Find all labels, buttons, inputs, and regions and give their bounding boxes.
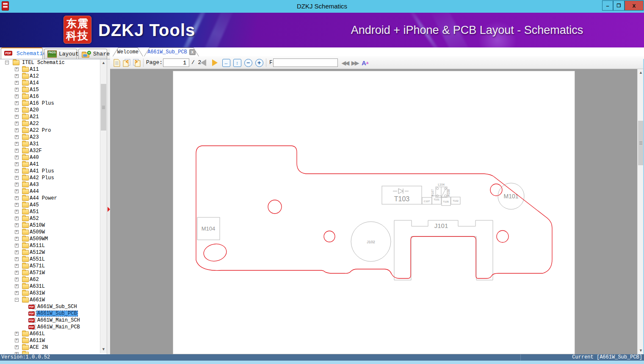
tree-item-label[interactable]: A21	[29, 114, 40, 120]
tree-expand-icon[interactable]: −	[15, 298, 19, 302]
doc-tab-welcome[interactable]: Welcome	[113, 47, 143, 56]
page-forward-button[interactable]	[210, 58, 219, 67]
tree-item[interactable]: + A32F	[0, 147, 100, 154]
tree-item[interactable]: + A11	[0, 66, 100, 73]
fit-width-button[interactable]: ↔	[222, 58, 230, 67]
tree-item[interactable]: + A16 Plus	[0, 100, 100, 107]
tree-item-label[interactable]: A44	[29, 189, 40, 195]
tree-expand-icon[interactable]: +	[15, 257, 19, 261]
tree-item[interactable]: + A44	[0, 188, 100, 195]
tree-item[interactable]: + A661L	[0, 331, 100, 337]
tab-layout[interactable]: PADS Layout	[44, 49, 77, 59]
find-previous-button[interactable]: ◀◀	[341, 58, 349, 67]
tree-item[interactable]: + A21	[0, 114, 100, 120]
find-input[interactable]	[273, 58, 338, 67]
tree-item[interactable]: + A43	[0, 181, 100, 188]
tree-expand-icon[interactable]: +	[15, 128, 19, 132]
tree-item[interactable]: + A31	[0, 141, 100, 147]
tree-item[interactable]: + A40	[0, 154, 100, 161]
tree-item[interactable]: + A42 Plus	[0, 175, 100, 181]
tree-item[interactable]: + A16	[0, 93, 100, 100]
tree-item-label[interactable]: A31	[29, 141, 40, 147]
doc-tab-close-icon[interactable]: x	[189, 49, 196, 55]
tree-item-label[interactable]: A510W	[29, 222, 46, 228]
tree-item[interactable]: + A51	[0, 208, 100, 215]
tree-item[interactable]: + A509WM	[0, 236, 100, 242]
tree-item[interactable]: + A510W	[0, 222, 100, 229]
tree-item-label[interactable]: A22	[29, 121, 40, 127]
tree-item[interactable]: + A62	[0, 276, 100, 283]
tree-item[interactable]: + A41	[0, 161, 100, 168]
tree-expand-icon[interactable]: +	[15, 115, 19, 119]
tree-item-label[interactable]: A14	[29, 80, 40, 86]
previous-page-icon[interactable]	[122, 58, 131, 67]
tree-item[interactable]: + A611W	[0, 337, 100, 344]
tree-expand-icon[interactable]: +	[15, 183, 19, 186]
page-number-input[interactable]	[163, 58, 189, 67]
tree-item-label[interactable]: A661W_Sub_SCH	[36, 304, 78, 310]
tree-expand-icon[interactable]: +	[15, 345, 19, 349]
tree-item[interactable]: PDF A661W_Sub_PCB	[0, 310, 100, 317]
doc-tab-a661w-sub-pcb[interactable]: A661W_Sub_PCB x	[144, 47, 199, 56]
tree-item-label[interactable]: A22 Pro	[29, 128, 52, 133]
tree-item-label[interactable]: A12	[29, 73, 40, 79]
tree-item-label[interactable]: A509WM	[29, 236, 49, 242]
tree-item[interactable]: PDF A661W_Main_PCB	[0, 324, 100, 331]
tree-item-label[interactable]: A661W	[29, 297, 46, 303]
zoom-out-button[interactable]: −	[244, 58, 252, 67]
tree-item-label[interactable]: A23	[29, 134, 40, 140]
scroll-up-icon[interactable]: ▲	[100, 59, 107, 67]
tree-item-label[interactable]: ACE 2N	[29, 345, 49, 350]
tree-expand-icon[interactable]: +	[15, 217, 19, 220]
tree-expand-icon[interactable]: +	[15, 94, 19, 98]
tree-item-label[interactable]: A631L	[29, 283, 46, 289]
scroll-down-icon[interactable]: ▼	[100, 346, 107, 353]
tree-expand-icon[interactable]: +	[15, 162, 19, 166]
match-case-button[interactable]: Aa	[361, 58, 369, 67]
tree-item[interactable]: + A14	[0, 80, 100, 86]
tree-expand-icon[interactable]: +	[15, 142, 19, 146]
tree-item[interactable]: + A20	[0, 107, 100, 114]
tree-item-label[interactable]: ITEL Schematic	[21, 60, 66, 66]
tree-expand-icon[interactable]: +	[15, 264, 19, 268]
single-page-icon[interactable]	[113, 58, 121, 67]
tree-scrollbar[interactable]: ▲ ▼	[100, 59, 107, 353]
tree-item-label[interactable]: A661W_Main_PCB	[36, 324, 81, 330]
tree-item-label[interactable]: A11	[29, 67, 40, 72]
tree-expand-icon[interactable]: +	[15, 339, 19, 342]
tree-expand-icon[interactable]: +	[15, 278, 19, 281]
panel-splitter[interactable]	[107, 59, 110, 355]
tree-item-label[interactable]: A40	[29, 155, 40, 161]
tree-item[interactable]: + A631L	[0, 283, 100, 290]
tree-item[interactable]: + A45	[0, 202, 100, 208]
fit-page-button[interactable]: ↕	[233, 58, 241, 67]
tree-expand-icon[interactable]: +	[15, 101, 19, 105]
tree-item-label[interactable]: A41 Plus	[29, 168, 55, 174]
tree-expand-icon[interactable]: +	[15, 156, 19, 159]
tree-item-label[interactable]: A45	[29, 202, 40, 208]
find-next-button[interactable]: ▶▶	[351, 58, 359, 67]
tree-item-label[interactable]: A611W	[29, 338, 46, 344]
tree-expand-icon[interactable]: +	[15, 189, 19, 193]
tree-expand-icon[interactable]: +	[15, 149, 19, 153]
tree-expand-icon[interactable]: −	[5, 61, 9, 64]
tree-expand-icon[interactable]: +	[15, 237, 19, 241]
tree-expand-icon[interactable]: +	[15, 74, 19, 78]
tree-item-label[interactable]: A32F	[29, 148, 43, 154]
tree-item-label[interactable]: A16 Plus	[29, 100, 55, 106]
tree-item-label[interactable]: A42 Plus	[29, 175, 55, 181]
tree-item-label[interactable]: A44 Power	[29, 195, 58, 201]
tree-item[interactable]: + A512W	[0, 249, 100, 256]
tree-item-label[interactable]: A571L	[29, 263, 46, 269]
tree-expand-icon[interactable]: +	[15, 223, 19, 227]
tree-item[interactable]: + A551L	[0, 256, 100, 263]
tree-expand-icon[interactable]: +	[15, 169, 19, 173]
tree-item-label[interactable]: A62	[29, 277, 40, 283]
tree-item-label[interactable]: A52	[29, 216, 40, 222]
tree-item-label[interactable]: A16	[29, 94, 40, 100]
tree-item[interactable]: + A12	[0, 73, 100, 80]
tab-schematic[interactable]: PDF Schematic	[1, 47, 43, 59]
tree-expand-icon[interactable]: +	[15, 332, 19, 336]
tree-expand-icon[interactable]: +	[15, 135, 19, 139]
tree-item-label[interactable]: A512W	[29, 250, 46, 256]
